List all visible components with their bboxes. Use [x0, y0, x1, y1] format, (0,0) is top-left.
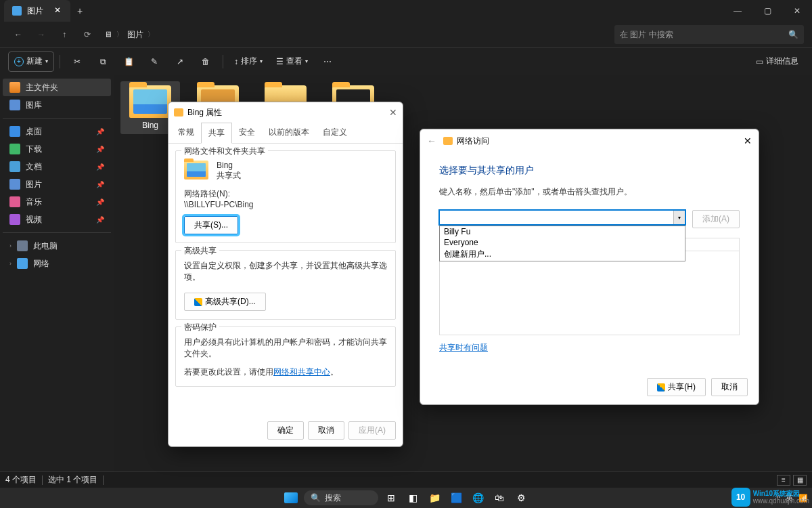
divider	[60, 55, 60, 68]
dropdown-option[interactable]: Everyone	[440, 237, 685, 248]
dialog-header[interactable]: Bing 属性 ✕	[168, 102, 403, 123]
dropdown-button[interactable]: ▾	[673, 211, 685, 224]
maximize-button[interactable]: ▢	[752, 0, 782, 22]
taskbar-app[interactable]: 🟦	[447, 490, 465, 505]
properties-dialog: Bing 属性 ✕ 常规 共享 安全 以前的版本 自定义 网络文件和文件夹共享 …	[168, 102, 403, 447]
pictures-icon	[9, 179, 20, 190]
tab-share[interactable]: 共享	[201, 123, 232, 144]
watermark-logo: 10	[731, 488, 750, 507]
sort-button[interactable]: ↕ 排序 ▾	[229, 51, 268, 72]
item-count: 4 个项目	[5, 474, 37, 486]
pin-icon: 📌	[96, 181, 104, 188]
share-button[interactable]: 共享(H)	[647, 378, 706, 396]
tab-security[interactable]: 安全	[232, 123, 262, 143]
share-button[interactable]: ↗	[168, 51, 191, 72]
download-icon	[9, 144, 20, 154]
dropdown-option[interactable]: Billy Fu	[440, 226, 685, 237]
music-icon	[9, 196, 20, 207]
netpath-value: \\BILLYFU-PC\Bing	[184, 200, 387, 209]
advanced-section: 高级共享 设置自定义权限，创建多个共享，并设置其他高级共享选项。 高级共享(D)…	[175, 250, 396, 320]
cut-button[interactable]: ✂	[66, 51, 89, 72]
breadcrumb[interactable]: 🖥 〉 图片 〉	[104, 29, 154, 41]
rename-button[interactable]: ✎	[143, 51, 166, 72]
sidebar-item-home[interactable]: 主文件夹	[3, 79, 111, 96]
sidebar-item-network[interactable]: ›网络	[3, 255, 111, 272]
forward-button[interactable]: →	[31, 24, 51, 45]
section-legend: 高级共享	[181, 245, 219, 257]
share-button[interactable]: 共享(S)...	[184, 216, 238, 234]
start-button[interactable]	[282, 490, 300, 505]
sidebar-item-thispc[interactable]: ›此电脑	[3, 237, 111, 255]
taskbar-app[interactable]: ◧	[404, 490, 422, 505]
plus-icon: +	[14, 57, 24, 66]
close-dialog-button[interactable]: ✕	[744, 135, 752, 146]
section-legend: 网络文件和文件夹共享	[181, 146, 268, 157]
store-icon[interactable]: 🛍	[491, 490, 508, 505]
add-button[interactable]: 添加(A)	[692, 210, 740, 228]
breadcrumb-item[interactable]: 图片	[127, 29, 143, 41]
taskview-button[interactable]: ⊞	[382, 490, 400, 505]
help-link[interactable]: 共享时有问题	[439, 343, 488, 352]
paste-button[interactable]: 📋	[117, 51, 140, 72]
pin-icon: 📌	[96, 163, 104, 171]
taskbar-app[interactable]: ⚙	[512, 490, 530, 505]
taskbar-search[interactable]: 🔍 搜索	[304, 490, 378, 505]
sidebar: 主文件夹 图库 桌面📌 下载📌 文档📌 图片📌 音乐📌 视频📌 ›此电脑 ›网络	[0, 75, 114, 492]
copy-button[interactable]: ⧉	[91, 51, 114, 72]
dropdown-option[interactable]: 创建新用户...	[440, 248, 685, 261]
cancel-button[interactable]: 取消	[711, 378, 748, 396]
user-list[interactable]	[439, 251, 740, 335]
advanced-share-button[interactable]: 高级共享(D)...	[184, 293, 266, 311]
minimize-button[interactable]: —	[723, 0, 752, 22]
chevron-right-icon: 〉	[148, 30, 154, 39]
tab-custom[interactable]: 自定义	[316, 123, 354, 143]
sidebar-item-music[interactable]: 音乐📌	[3, 193, 111, 211]
close-tab-icon[interactable]: ✕	[53, 6, 62, 16]
cancel-button[interactable]: 取消	[308, 421, 344, 440]
details-button[interactable]: ▭ 详细信息	[750, 51, 804, 72]
search-input[interactable]: 在 图片 中搜索 🔍	[614, 25, 804, 44]
user-combobox[interactable]: ▾ Billy Fu Everyone 创建新用户...	[439, 210, 685, 225]
back-button[interactable]: ←	[8, 24, 28, 45]
dialog-header[interactable]: ← 网络访问 ✕	[420, 129, 759, 152]
view-list-button[interactable]: ≡	[777, 475, 790, 486]
new-tab-button[interactable]: +	[70, 5, 89, 16]
view-button[interactable]: ☰ 查看 ▾	[271, 51, 313, 72]
watermark-url: www.qdhuajin.com	[753, 497, 809, 505]
taskbar: 🔍 搜索 ⊞ ◧ 📁 🟦 🌐 🛍 ⚙ ^ 英 📶	[0, 488, 812, 508]
explorer-icon[interactable]: 📁	[426, 490, 443, 505]
delete-button[interactable]: 🗑	[194, 51, 217, 72]
ok-button[interactable]: 确定	[267, 421, 304, 440]
tab-general[interactable]: 常规	[171, 123, 201, 143]
back-button[interactable]: ←	[427, 135, 436, 146]
new-button[interactable]: + 新建 ▾	[8, 51, 54, 72]
close-window-button[interactable]: ✕	[782, 0, 812, 22]
up-button[interactable]: ↑	[54, 24, 74, 45]
refresh-button[interactable]: ⟳	[77, 24, 97, 45]
network-center-link[interactable]: 网络和共享中心	[273, 367, 330, 377]
more-button[interactable]: ⋯	[316, 51, 339, 72]
navbar: ← → ↑ ⟳ 🖥 〉 图片 〉 在 图片 中搜索 🔍	[0, 22, 812, 47]
edge-icon[interactable]: 🌐	[469, 490, 487, 505]
sidebar-item-desktop[interactable]: 桌面📌	[3, 123, 111, 140]
sidebar-item-documents[interactable]: 文档📌	[3, 158, 111, 175]
documents-icon	[9, 161, 20, 172]
tab-previous[interactable]: 以前的版本	[262, 123, 316, 143]
sidebar-item-videos[interactable]: 视频📌	[3, 211, 111, 228]
sidebar-item-downloads[interactable]: 下载📌	[3, 140, 111, 158]
close-dialog-button[interactable]: ✕	[389, 107, 397, 118]
dialog-buttons: 共享(H) 取消	[647, 378, 748, 396]
sidebar-item-pictures[interactable]: 图片📌	[3, 175, 111, 193]
view-grid-button[interactable]: ▦	[793, 475, 807, 486]
apply-button[interactable]: 应用(A)	[348, 421, 396, 440]
window-controls: — ▢ ✕	[723, 0, 812, 22]
tab-pictures[interactable]: 图片 ✕	[4, 0, 70, 22]
divider	[42, 475, 43, 485]
network-access-dialog: ← 网络访问 ✕ 选择要与其共享的用户 键入名称，然后单击"添加"，或者单击箭头…	[420, 129, 759, 405]
pictures-icon	[12, 6, 22, 16]
chevron-down-icon: ▾	[305, 58, 308, 64]
user-input[interactable]	[440, 211, 673, 224]
sidebar-item-gallery[interactable]: 图库	[3, 96, 111, 114]
search-placeholder: 在 图片 中搜索	[620, 29, 673, 41]
search-icon: 🔍	[788, 30, 798, 39]
